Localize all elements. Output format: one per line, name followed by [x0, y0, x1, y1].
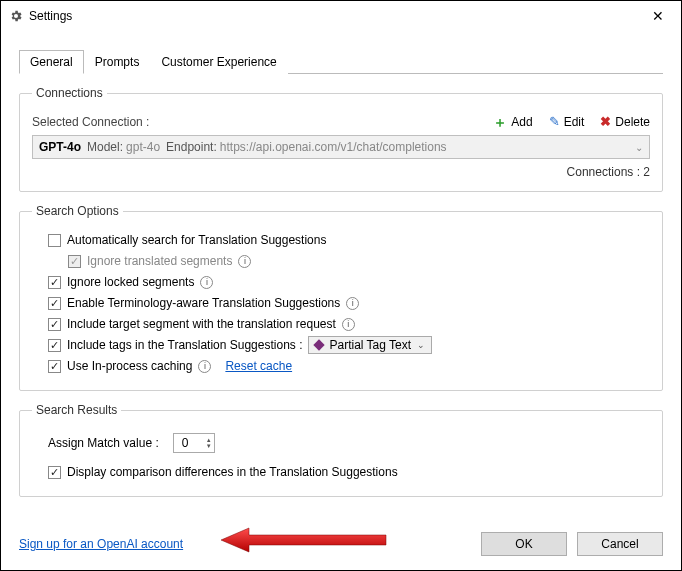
tag-mode-select[interactable]: Partial Tag Text ⌄	[308, 336, 432, 354]
chevron-down-icon: ⌄	[417, 340, 425, 350]
cancel-button[interactable]: Cancel	[577, 532, 663, 556]
search-options-legend: Search Options	[32, 204, 123, 218]
info-icon[interactable]: i	[346, 297, 359, 310]
connection-dropdown[interactable]: GPT-4o Model: gpt-4o Endpoint: https://a…	[32, 135, 650, 159]
titlebar: Settings ✕	[1, 1, 681, 31]
ignore-translated-label: Ignore translated segments	[87, 254, 232, 268]
display-diff-label: Display comparison differences in the Tr…	[67, 465, 398, 479]
tab-general[interactable]: General	[19, 50, 84, 74]
info-icon[interactable]: i	[200, 276, 213, 289]
connections-legend: Connections	[32, 86, 107, 100]
dialog-content: General Prompts Customer Experience Conn…	[1, 31, 681, 509]
selected-connection-label: Selected Connection :	[32, 115, 149, 129]
terminology-label: Enable Terminology-aware Translation Sug…	[67, 296, 340, 310]
add-connection-button[interactable]: ＋ Add	[493, 114, 532, 129]
reset-cache-link[interactable]: Reset cache	[225, 359, 292, 373]
tab-customer-experience[interactable]: Customer Experience	[150, 50, 287, 74]
pencil-icon: ✎	[549, 114, 560, 129]
delete-connection-button[interactable]: ✖ Delete	[600, 114, 650, 129]
gear-icon	[9, 9, 23, 23]
dialog-footer: Sign up for an OpenAI account OK Cancel	[1, 518, 681, 570]
include-tags-label: Include tags in the Translation Suggesti…	[67, 338, 302, 352]
include-target-checkbox[interactable]	[48, 318, 61, 331]
auto-search-label: Automatically search for Translation Sug…	[67, 233, 326, 247]
use-cache-checkbox[interactable]	[48, 360, 61, 373]
include-tags-checkbox[interactable]	[48, 339, 61, 352]
ignore-translated-checkbox	[68, 255, 81, 268]
chevron-down-icon: ⌄	[635, 142, 643, 153]
info-icon[interactable]: i	[342, 318, 355, 331]
connection-count: Connections : 2	[32, 165, 650, 179]
search-options-group: Search Options Automatically search for …	[19, 204, 663, 391]
close-button[interactable]: ✕	[643, 8, 673, 24]
include-target-label: Include target segment with the translat…	[67, 317, 336, 331]
ignore-locked-label: Ignore locked segments	[67, 275, 194, 289]
ok-button[interactable]: OK	[481, 532, 567, 556]
auto-search-checkbox[interactable]	[48, 234, 61, 247]
assign-match-input[interactable]: 0 ▲ ▼	[173, 433, 215, 453]
connection-name: GPT-4o	[39, 140, 81, 154]
info-icon[interactable]: i	[238, 255, 251, 268]
tab-bar: General Prompts Customer Experience	[19, 49, 663, 74]
connections-group: Connections Selected Connection : ＋ Add …	[19, 86, 663, 192]
info-icon[interactable]: i	[198, 360, 211, 373]
x-icon: ✖	[600, 114, 611, 129]
use-cache-label: Use In-process caching	[67, 359, 192, 373]
plus-icon: ＋	[493, 115, 507, 129]
terminology-checkbox[interactable]	[48, 297, 61, 310]
diamond-icon	[314, 339, 325, 350]
edit-connection-button[interactable]: ✎ Edit	[549, 114, 585, 129]
settings-dialog: Settings ✕ General Prompts Customer Expe…	[0, 0, 682, 571]
search-results-group: Search Results Assign Match value : 0 ▲ …	[19, 403, 663, 497]
assign-match-label: Assign Match value :	[48, 436, 159, 450]
spin-down-icon[interactable]: ▼	[206, 443, 212, 449]
tab-prompts[interactable]: Prompts	[84, 50, 151, 74]
search-results-legend: Search Results	[32, 403, 121, 417]
window-title: Settings	[29, 9, 72, 23]
ignore-locked-checkbox[interactable]	[48, 276, 61, 289]
signup-link[interactable]: Sign up for an OpenAI account	[19, 537, 183, 551]
display-diff-checkbox[interactable]	[48, 466, 61, 479]
